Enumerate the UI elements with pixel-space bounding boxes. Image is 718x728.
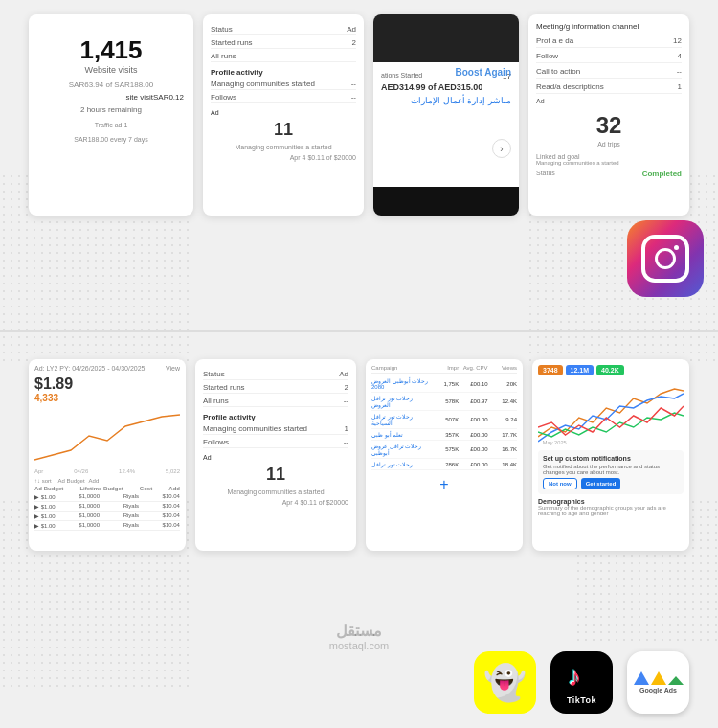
google-ads-analytics-card: 3748 12.1M 40.2K May 2025 Set up custom … [532, 359, 689, 551]
next-arrow-btn[interactable]: › [492, 139, 511, 158]
tag-blue: 12.1M [566, 365, 594, 375]
stats-card: Status Ad Started runs 2 All runs -- Pro… [203, 14, 364, 216]
ad-trips-number: 32 [536, 112, 682, 139]
table-header: Ad BudgetLifetime BudgetCostAdd [34, 486, 180, 491]
table-row: ▶ $1.00$1,0000Riyals$10.04 [34, 502, 180, 512]
watermark-arabic: مستقل [329, 622, 389, 640]
chart-big-number: $1.89 [34, 375, 180, 393]
prof-val: 12 [673, 36, 682, 45]
google-ads-label: Google Ads [639, 687, 677, 694]
visits-label: Website visits [38, 65, 184, 75]
managing2-val: 1 [345, 424, 348, 433]
chart-label-2: 04/26 [74, 468, 88, 474]
status2-label: Status [203, 370, 225, 378]
snapchat-icon[interactable]: 👻 [474, 651, 536, 714]
bottom-cards-row: Ad: LY2 PY: 04/26/2025 - 04/30/2025 View… [29, 359, 689, 551]
read-label: Read/a descriptions [536, 82, 604, 91]
ad-trips-label: Ad trips [536, 141, 682, 148]
conv-label: ations Started [381, 72, 422, 80]
add-campaign-btn[interactable]: + [371, 476, 517, 493]
linked-goal-label: Linked ad goal [536, 153, 580, 160]
get-started-btn[interactable]: Get started [581, 478, 621, 489]
campaign-col-headers: Campaign Impr Avg. CPV Views [371, 365, 517, 374]
not-now-btn[interactable]: Not now [543, 478, 577, 489]
chart-header-left: Ad: LY2 PY: 04/26/2025 - 04/30/2025 [34, 365, 145, 372]
ad-label2: Ad [536, 98, 682, 104]
tiktok-label: TikTok [567, 695, 596, 705]
campaign-row: رحلات تور ترافل العروض 578K £00.97 12.4K [371, 393, 517, 411]
section-divider [0, 330, 718, 332]
all2-val: -- [344, 397, 348, 405]
campaign-row: رحلات ترافل عروض أبوظبي 575K £00.00 16.7… [371, 441, 517, 459]
demographics-title: Demographics [538, 498, 684, 505]
follows2-val: -- [344, 438, 348, 446]
status2-val: Ad [339, 370, 348, 378]
google-ads-triangles [634, 671, 684, 685]
all-runs-label: All runs [211, 52, 236, 60]
status-val: Ad [347, 25, 356, 34]
chart-label-3: 12.4% [119, 468, 135, 474]
started-runs-val: 2 [352, 38, 356, 47]
table-row: ▶ $1.00$1,0000Riyals$10.04 [34, 492, 180, 502]
ad2-budget: Apr 4 $0.11 of $20000 [203, 499, 348, 506]
profile-activity-label: Profile activity [211, 68, 356, 77]
started-runs-label: Started runs [211, 38, 253, 47]
ad-label: Ad [211, 109, 356, 116]
chart-sub-number: 4,333 [34, 393, 180, 403]
tiktok-logo-icon: ♪ ♪ ♪ [568, 661, 596, 694]
status-label: Status [211, 25, 233, 34]
managing2-label: Managing communities started [203, 424, 307, 433]
follows2-label: Follows [203, 438, 229, 446]
linked-desc: Managing communities a started [536, 160, 682, 166]
tiktok-icon[interactable]: ♪ ♪ ♪ TikTok [550, 651, 613, 714]
ad2-sub: Managing communities a started [203, 489, 348, 495]
chart-view-btn[interactable]: View [166, 365, 180, 372]
visits-number: 1,415 [38, 35, 184, 65]
boost-again-btn[interactable]: Boost Again [455, 67, 511, 78]
status-value: Completed [642, 170, 682, 178]
traffic-detail: SAR188.00 every 7 days [38, 136, 184, 143]
cost-label: site visit [126, 93, 153, 102]
google-ads-icon[interactable]: Google Ads [627, 651, 689, 714]
follow-label: Follow [536, 52, 558, 60]
runs2-label: Started runs [203, 383, 245, 392]
follows-label: Follows [211, 93, 236, 102]
ad2-label: Ad [203, 454, 348, 461]
chart-label-1: Apr [34, 468, 43, 474]
watermark: مستقل mostaql.com [329, 622, 389, 651]
line-chart [34, 407, 180, 465]
arabic-label: مباشر إدارة أعمال الإمارات [381, 96, 511, 105]
ad2-period: Apr 4 [282, 499, 299, 506]
ga-yellow-triangle [651, 671, 666, 685]
col-cpv: Avg. CPV [459, 365, 487, 371]
ad-period: Apr 4 [290, 154, 306, 161]
chart-card: Ad: LY2 PY: 04/26/2025 - 04/30/2025 View… [29, 359, 186, 551]
card3-bottom-image [373, 187, 519, 216]
call-val: -- [677, 67, 682, 76]
col-impr: Impr [430, 365, 459, 371]
call-label: Call to action [536, 67, 580, 76]
follows-val: -- [351, 93, 356, 102]
ga-green-triangle [668, 676, 684, 685]
website-visits-card: 1,415 Website visits SAR63.94 of SAR188.… [29, 14, 193, 216]
campaign-row: رحلات أبوظبي العروض 2080 1,75K £00.10 20… [371, 375, 517, 393]
watermark-latin: mostaql.com [329, 640, 389, 651]
instagram-icon[interactable] [627, 220, 704, 297]
ad2-budget-val: $0.11 of $20000 [300, 499, 348, 506]
boost-card: Boost Again ations Started 17 AED314.99 … [373, 14, 519, 216]
all-runs-val: -- [351, 52, 356, 60]
profile2-label: Profile activity [203, 413, 348, 421]
notif-text: Get notified about the performance and s… [543, 464, 679, 475]
runs2-val: 2 [345, 383, 348, 392]
demographics-text: Summary of the demographic groups your a… [538, 505, 684, 516]
analytics-tags: 3748 12.1M 40.2K [538, 365, 684, 375]
cost-value: SAR0.12 [153, 93, 184, 102]
traffic-label: Traffic ad 1 [38, 122, 184, 128]
managing-val: -- [351, 80, 356, 88]
col-views: Views [488, 365, 517, 371]
table-row: ▶ $1.00$1,0000Riyals$10.04 [34, 512, 180, 521]
svg-text:May 2025: May 2025 [543, 440, 567, 445]
status-label2: Status [536, 170, 555, 178]
prof-label: Prof a e da [536, 36, 573, 45]
table-sort-btn[interactable]: ↑↓ sort [34, 478, 52, 484]
